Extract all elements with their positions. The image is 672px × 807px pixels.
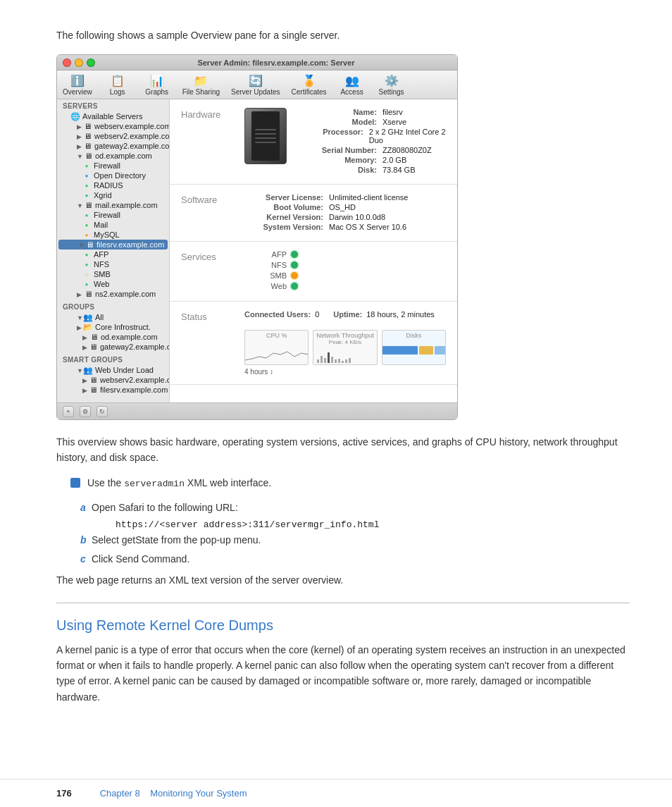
webserv-icon: 🖥 <box>83 122 92 130</box>
svg-rect-1 <box>321 356 323 363</box>
sidebar-item-mail[interactable]: ▼ 🖥mail.example.com <box>57 200 169 210</box>
settings-server-button[interactable]: ⚙ <box>80 406 91 417</box>
sidebar-item-ns2[interactable]: ▶ 🖥ns2.example.com <box>57 289 169 299</box>
sidebar-item-web[interactable]: ●Web <box>57 279 169 289</box>
sub-letter-a: a <box>80 500 92 515</box>
sidebar-item-od[interactable]: ▼ 🖥od.example.com <box>57 151 169 161</box>
page-footer: 176 Chapter 8 Monitoring Your System <box>0 779 672 807</box>
sub-list: a Open Safari to the following URL: http… <box>80 500 630 567</box>
toolbar-graphs[interactable]: 📊 Graphs <box>143 73 171 96</box>
network-graph: Network Throughput Peak: 4 KB/s <box>313 330 377 365</box>
toolbar-settings[interactable]: ⚙️ Settings <box>378 73 406 96</box>
svg-rect-3 <box>328 352 330 363</box>
minimize-button[interactable] <box>75 58 83 67</box>
toolbar-overview[interactable]: ℹ️ Overview <box>63 73 92 96</box>
sidebar-item-core-infra[interactable]: ▶ 📂Core Infrostruct. <box>57 322 169 332</box>
hw-slot-4 <box>255 142 276 143</box>
sw-license-val: Unlimited-client license <box>329 193 409 202</box>
firewall-mail-icon: ● <box>82 211 91 219</box>
main-content: The following shows a sample Overview pa… <box>0 0 672 779</box>
sidebar-item-gw2-group[interactable]: ▶ 🖥gateway2.example.com <box>57 342 169 352</box>
screenshot-window: Server Admin: filesrv.example.com: Serve… <box>56 54 458 420</box>
hw-memory-val: 2.0 GB <box>382 156 406 164</box>
serveradmin-code: serveradmin <box>124 479 185 489</box>
sidebar-item-opendirectory[interactable]: ●Open Directory <box>57 171 169 180</box>
add-server-button[interactable]: + <box>63 406 74 417</box>
sidebar-item-mysql[interactable]: ●MySQL <box>57 230 169 240</box>
certificates-icon: 🏅 <box>301 73 318 87</box>
fs-smart-icon: 🖥 <box>89 386 97 394</box>
toolbar-overview-label: Overview <box>63 88 92 96</box>
sidebar-item-smb[interactable]: ○SMB <box>57 269 169 279</box>
sidebar-item-web-under-load[interactable]: ▼ 👥Web Under Load <box>57 365 169 375</box>
sidebar-item-available-servers[interactable]: 🌐Available Servers <box>57 111 169 121</box>
gw2-triangle-icon: ▶ <box>82 344 87 350</box>
sub-item-a: a Open Safari to the following URL: <box>80 500 630 515</box>
service-smb-name: SMB <box>244 271 287 280</box>
software-info-table: Server License: Unlimited-client license… <box>244 193 446 231</box>
sidebar-item-filesrv-smart[interactable]: ▶ 🖥filesrv.example.com <box>57 385 169 395</box>
sidebar-item-gateway2[interactable]: ▶ 🖥gateway2.example.com <box>57 141 169 151</box>
sidebar-item-webserv2[interactable]: ▶ 🖥webserv2.example.com <box>57 131 169 141</box>
sidebar-item-webserv2-smart[interactable]: ▶ 🖥webserv2.example.com <box>57 375 169 385</box>
maximize-button[interactable] <box>87 58 95 67</box>
svg-rect-5 <box>335 359 337 363</box>
afp-status-dot <box>291 251 298 258</box>
mail-triangle-icon: ▼ <box>77 202 82 208</box>
toolbar-access[interactable]: 👥 Access <box>338 73 366 96</box>
window-title: Server Admin: filesrv.example.com: Serve… <box>101 58 452 67</box>
sidebar-item-firewall-od[interactable]: ●Firewall <box>57 161 169 171</box>
xgrid-icon: ● <box>82 191 91 199</box>
sidebar-item-mail-service[interactable]: ●Mail <box>57 220 169 230</box>
toolbar-server-updates[interactable]: 🔄 Server Updates <box>231 73 280 96</box>
bullet-list: Use the serveradmin XML web interface. <box>70 476 630 491</box>
section-divider <box>56 603 630 603</box>
disk-graph-svg <box>382 339 445 364</box>
hw-serial-key: Serial Number: <box>298 146 382 154</box>
toolbar-graphs-label: Graphs <box>145 88 168 96</box>
mail-service-icon: ● <box>82 221 91 229</box>
smb-status-dot <box>291 272 298 279</box>
toolbar-logs[interactable]: 📋 Logs <box>104 73 132 96</box>
sidebar: SERVERS 🌐Available Servers ▶ 🖥webserv.ex… <box>57 99 170 402</box>
svg-rect-0 <box>317 359 319 363</box>
overview-icon: ℹ️ <box>69 73 86 87</box>
sidebar-item-afp[interactable]: ●AFP <box>57 250 169 259</box>
hw-serial-row: Serial Number: ZZ808080Z0Z <box>298 146 446 154</box>
service-web-name: Web <box>244 282 287 290</box>
section-heading-kernel-dumps: Using Remote Kernel Core Dumps <box>56 617 630 634</box>
mysql-icon: ● <box>82 230 91 239</box>
nfs-status-dot <box>291 261 298 269</box>
all-triangle-icon: ▼ <box>77 314 82 320</box>
toolbar-certificates[interactable]: 🏅 Certificates <box>292 73 327 96</box>
hw-memory-key: Memory: <box>298 156 382 164</box>
od-triangle-icon: ▼ <box>77 153 82 159</box>
svg-rect-4 <box>331 357 333 363</box>
screenshot-body: SERVERS 🌐Available Servers ▶ 🖥webserv.ex… <box>57 99 457 402</box>
services-section: Services AFP NFS <box>170 242 457 302</box>
service-afp: AFP <box>244 250 446 259</box>
close-button[interactable] <box>63 58 71 67</box>
refresh-server-button[interactable]: ↻ <box>97 406 108 417</box>
sidebar-item-od-group[interactable]: ▶ 🖥od.example.com <box>57 332 169 342</box>
hw-slot-1 <box>255 129 276 130</box>
triangle-icon-2: ▶ <box>77 133 82 139</box>
sidebar-item-xgrid[interactable]: ●Xgrid <box>57 190 169 200</box>
sidebar-item-webserv[interactable]: ▶ 🖥webserv.example.com <box>57 121 169 131</box>
sw-license-key: Server License: <box>244 193 329 202</box>
sidebar-item-firewall-mail[interactable]: ●Firewall <box>57 210 169 220</box>
sidebar-item-all[interactable]: ▼ 👥All <box>57 312 169 322</box>
sub-item-c-text: Click Send Command. <box>92 552 189 567</box>
status-data: Connected Users: 0 Uptime: 18 hours, 2 m… <box>244 310 446 324</box>
disk-graph-title: Disks <box>382 331 445 339</box>
svg-rect-11 <box>419 346 433 355</box>
sidebar-item-nfs[interactable]: ●NFS <box>57 259 169 269</box>
services-data: AFP NFS SMB <box>244 250 446 292</box>
sidebar-item-radius[interactable]: ●RADIUS <box>57 180 169 190</box>
sw-license-row: Server License: Unlimited-client license <box>244 193 446 202</box>
hw-processor-val: 2 x 2 GHz Intel Core 2 Duo <box>369 128 446 144</box>
svg-rect-6 <box>338 359 340 363</box>
sidebar-item-filesrv[interactable]: ▼ 🖥filesrv.example.com <box>58 240 168 250</box>
toolbar-file-sharing[interactable]: 📁 File Sharing <box>182 73 220 96</box>
od-icon: 🖥 <box>84 152 92 160</box>
